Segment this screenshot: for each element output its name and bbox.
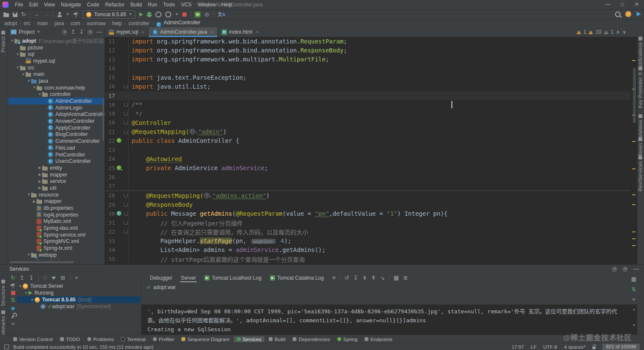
translate-icon[interactable]: 文A (218, 12, 225, 17)
caret-position[interactable]: 17:97 (512, 344, 524, 350)
settings-lines-icon[interactable]: ≣ (403, 275, 408, 281)
log-scrollbar[interactable]: ▲ ▼ (632, 307, 636, 327)
tool-stripe-structure[interactable]: Structure (0, 280, 6, 306)
service-item-Tomcat 8.5.85[interactable]: ▼Tomcat 8.5.85[local] (17, 296, 141, 303)
tree-item-util[interactable]: ▶util (8, 185, 104, 191)
coverage-button[interactable] (155, 12, 161, 17)
tree-item-java[interactable]: ▼java (8, 78, 104, 84)
update-application-icon[interactable]: ⇅ (631, 286, 636, 292)
tree-item-com.xunmaw.help[interactable]: ▼com.xunmaw.help (8, 84, 104, 91)
user-icon[interactable] (57, 12, 62, 17)
settings-gear-icon[interactable] (623, 267, 627, 272)
close-icon[interactable]: × (256, 29, 259, 35)
error-stripe-mark[interactable] (632, 204, 635, 205)
tree-item-adopt[interactable]: ▼adoptF:\xunmaw-git\基于SSM实现的流浪 (8, 38, 104, 44)
ide-update-icon[interactable]: ↑ (625, 11, 631, 17)
save-icon[interactable] (13, 12, 17, 17)
breadcrumb-item-com[interactable]: com (70, 20, 80, 26)
breadcrumb-item-AdminController[interactable]: CAdminController (156, 20, 200, 27)
locate-file-icon[interactable] (62, 30, 67, 35)
menu-tools[interactable]: Tools (160, 2, 178, 8)
breadcrumb-item-java[interactable]: java (55, 20, 64, 26)
error-stripe-mark[interactable] (632, 194, 635, 195)
tree-expanded-icon[interactable]: ▼ (37, 93, 42, 96)
tree-vertical-scrollbar[interactable] (103, 98, 104, 141)
toolwindow-profiler[interactable]: Profiler (150, 336, 177, 342)
tree-item-BlogController[interactable]: CBlogController (8, 131, 104, 138)
fold-marker-icon[interactable] (124, 203, 128, 207)
run-configuration-select[interactable]: Tomcat 8.5.85 ▼ (83, 10, 135, 19)
tree-item-UsersController[interactable]: CUsersController (8, 158, 104, 165)
collapse-all-icon[interactable]: ↧ (79, 29, 84, 35)
project-panel-title[interactable]: Project (19, 29, 34, 35)
close-icon[interactable]: × (141, 29, 144, 35)
tree-item-CommentController[interactable]: CCommentController (8, 138, 104, 145)
console-tab-tomcat-catalina-log[interactable]: ▶Tomcat Catalina Log (266, 274, 328, 282)
menu-view[interactable]: View (41, 2, 58, 8)
tree-collapsed-icon[interactable]: ▶ (32, 260, 37, 260)
tree-item-sql[interactable]: ▼sql (8, 51, 104, 58)
tree-item-AnswerController[interactable]: CAnswerController (8, 118, 104, 124)
editor-scrollbar[interactable] (633, 68, 636, 123)
tree-item-PetController[interactable]: CPetController (8, 151, 104, 158)
stop-icon[interactable] (11, 291, 15, 295)
tree-item-AdminLogin[interactable]: CAdminLogin (8, 104, 104, 111)
hide-panel-icon[interactable]: — (633, 266, 639, 272)
tree-item-SpringMVC.xml[interactable]: SpringMVC.xml (8, 238, 104, 245)
line-separator[interactable]: LF (531, 344, 536, 350)
tree-collapsed-icon[interactable]: ▶ (37, 179, 42, 183)
next-warning-icon[interactable]: ∨ (622, 29, 626, 35)
tree-item-animal[interactable]: ▶animal (8, 258, 104, 260)
down-stack-icon[interactable]: ⇟ (362, 275, 367, 281)
fold-marker-icon[interactable] (124, 221, 128, 225)
collapse-all-icon[interactable]: ↧ (29, 275, 34, 281)
scroll-to-end-icon[interactable]: ↧ (354, 275, 358, 281)
tool-stripe-key-promoter-x[interactable]: Key Promoter X (638, 67, 643, 108)
tree-item-mapper[interactable]: ▶mapper (8, 198, 104, 205)
build-deploy-icon[interactable] (10, 283, 16, 289)
prohibit-icon[interactable]: ⊘ (204, 12, 210, 17)
fold-marker-icon[interactable] (124, 130, 128, 134)
tree-horizontal-scrollbar[interactable] (10, 261, 74, 263)
console-log[interactable]: ', birthday=Wed Sep 08 08:00:00 CST 1999… (141, 304, 637, 335)
tree-item-service[interactable]: ▶service (8, 178, 104, 185)
expand-all-icon[interactable]: ↥ (71, 29, 75, 35)
chevron-down-icon[interactable]: ▼ (175, 12, 178, 17)
toolbox-icon[interactable] (636, 12, 641, 17)
stop-button[interactable] (182, 12, 187, 17)
jump-icon[interactable]: ↘ (380, 275, 385, 281)
maximize-button[interactable]: □ (615, 0, 630, 9)
breadcrumb-item-src[interactable]: src (23, 20, 30, 26)
editor-tab-index.html[interactable]: Hindex.html× (218, 27, 263, 37)
toolwindow-services[interactable]: Services (234, 336, 264, 342)
soft-wrap-icon[interactable]: ≡ (332, 275, 336, 281)
tree-expanded-icon[interactable]: ▼ (26, 253, 31, 257)
toolwindow-spring[interactable]: Spring (334, 336, 360, 342)
gutter-spring-bean-icon[interactable] (117, 138, 121, 143)
scroll-down-icon[interactable]: ▼ (632, 323, 636, 327)
tree-expanded-icon[interactable]: ▼ (24, 291, 29, 295)
tree-item-controller[interactable]: ▼controller (8, 91, 104, 98)
tool-stripe-restservices[interactable]: RestServices (638, 156, 643, 191)
tree-item-AdminController[interactable]: CAdminController (8, 98, 104, 104)
filter-icon[interactable] (52, 277, 56, 280)
service-item-Tomcat Server[interactable]: ▼Tomcat Server (17, 283, 141, 289)
service-item-Running[interactable]: ▼Running (17, 289, 141, 296)
layout-icon[interactable]: ▦ (394, 275, 399, 281)
menu-code[interactable]: Code (84, 2, 102, 8)
writerside-plugin-icon[interactable]: W (195, 12, 201, 17)
tool-stripe-notifications[interactable]: Notifications (638, 37, 643, 70)
breadcrumb-item-adopt[interactable]: adopt (4, 20, 17, 26)
tree-collapsed-icon[interactable]: ▶ (37, 173, 42, 176)
rerun-icon[interactable]: ↻ (11, 275, 15, 281)
error-stripe-mark[interactable] (632, 245, 635, 246)
minimize-button[interactable]: — (601, 0, 615, 9)
inspection-widget[interactable]: 1101∧∨ (577, 29, 626, 35)
open-icon[interactable] (3, 13, 9, 17)
toolwindow-sequence-diagram[interactable]: Sequence Diagram (178, 336, 232, 342)
console-tab-debugger[interactable]: Debugger (146, 274, 177, 282)
error-stripe-mark[interactable] (632, 238, 635, 239)
tree-expanded-icon[interactable]: ▼ (32, 86, 37, 90)
menu-file[interactable]: File (12, 2, 26, 8)
tree-item-mypet.sql[interactable]: mypet.sql (8, 58, 104, 64)
